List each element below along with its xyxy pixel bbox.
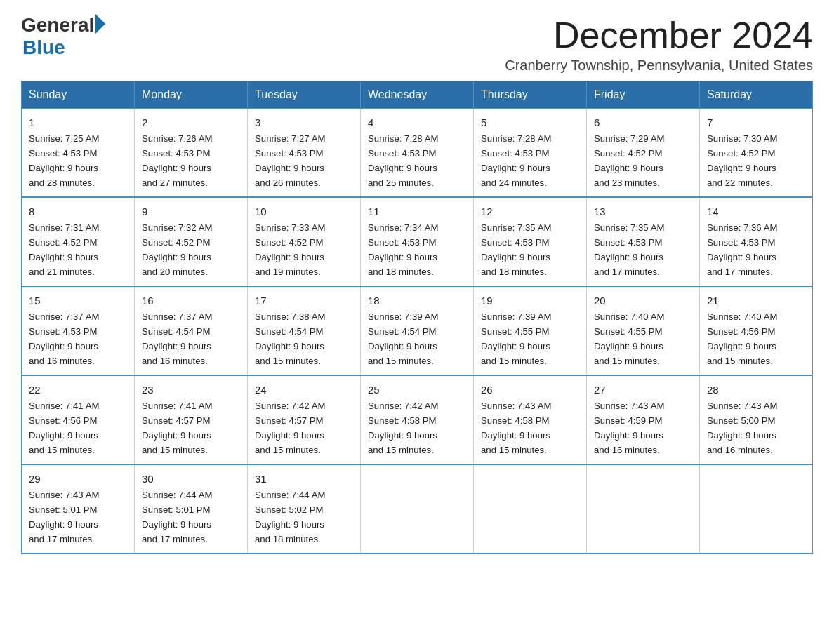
day-number: 24	[255, 382, 353, 398]
day-number: 7	[707, 114, 805, 130]
weekday-header-saturday: Saturday	[700, 81, 813, 109]
day-info: Sunrise: 7:25 AMSunset: 4:53 PMDaylight:…	[29, 133, 99, 188]
day-number: 23	[142, 382, 240, 398]
day-number: 17	[255, 293, 353, 309]
day-number: 26	[481, 382, 579, 398]
day-number: 25	[368, 382, 466, 398]
weekday-header-wednesday: Wednesday	[361, 81, 474, 109]
calendar-cell: 20 Sunrise: 7:40 AMSunset: 4:55 PMDaylig…	[587, 286, 700, 375]
calendar-cell: 25 Sunrise: 7:42 AMSunset: 4:58 PMDaylig…	[361, 375, 474, 464]
day-info: Sunrise: 7:31 AMSunset: 4:52 PMDaylight:…	[29, 222, 99, 277]
page-header: General Blue December 2024 Cranberry Tow…	[21, 14, 813, 74]
day-info: Sunrise: 7:43 AMSunset: 4:59 PMDaylight:…	[594, 401, 664, 455]
day-info: Sunrise: 7:35 AMSunset: 4:53 PMDaylight:…	[594, 222, 664, 277]
day-number: 21	[707, 293, 805, 309]
day-info: Sunrise: 7:28 AMSunset: 4:53 PMDaylight:…	[368, 133, 438, 188]
day-info: Sunrise: 7:38 AMSunset: 4:54 PMDaylight:…	[255, 311, 325, 366]
day-number: 27	[594, 382, 692, 398]
day-number: 30	[142, 471, 240, 487]
day-info: Sunrise: 7:37 AMSunset: 4:54 PMDaylight:…	[142, 311, 212, 366]
weekday-header-monday: Monday	[135, 81, 248, 109]
day-info: Sunrise: 7:44 AMSunset: 5:02 PMDaylight:…	[255, 490, 325, 544]
calendar-cell: 23 Sunrise: 7:41 AMSunset: 4:57 PMDaylig…	[135, 375, 248, 464]
calendar-cell: 12 Sunrise: 7:35 AMSunset: 4:53 PMDaylig…	[474, 197, 587, 286]
logo-blue-text: Blue	[22, 36, 65, 59]
location-title: Cranberry Township, Pennsylvania, United…	[505, 58, 813, 74]
logo-general-text: General	[21, 14, 94, 36]
calendar-cell	[474, 464, 587, 554]
day-info: Sunrise: 7:34 AMSunset: 4:53 PMDaylight:…	[368, 222, 438, 277]
calendar-cell: 26 Sunrise: 7:43 AMSunset: 4:58 PMDaylig…	[474, 375, 587, 464]
weekday-header-thursday: Thursday	[474, 81, 587, 109]
day-info: Sunrise: 7:26 AMSunset: 4:53 PMDaylight:…	[142, 133, 212, 188]
day-number: 10	[255, 203, 353, 220]
weekday-header-row: SundayMondayTuesdayWednesdayThursdayFrid…	[22, 81, 813, 109]
day-number: 16	[142, 293, 240, 309]
day-info: Sunrise: 7:42 AMSunset: 4:57 PMDaylight:…	[255, 401, 325, 455]
calendar-cell: 8 Sunrise: 7:31 AMSunset: 4:52 PMDayligh…	[22, 197, 135, 286]
title-area: December 2024 Cranberry Township, Pennsy…	[505, 14, 813, 74]
day-number: 6	[594, 114, 692, 130]
calendar-week-row-5: 29 Sunrise: 7:43 AMSunset: 5:01 PMDaylig…	[22, 464, 813, 554]
weekday-header-sunday: Sunday	[22, 81, 135, 109]
calendar-cell: 10 Sunrise: 7:33 AMSunset: 4:52 PMDaylig…	[248, 197, 361, 286]
day-info: Sunrise: 7:33 AMSunset: 4:52 PMDaylight:…	[255, 222, 325, 277]
calendar-cell: 15 Sunrise: 7:37 AMSunset: 4:53 PMDaylig…	[22, 286, 135, 375]
day-number: 28	[707, 382, 805, 398]
calendar-cell: 21 Sunrise: 7:40 AMSunset: 4:56 PMDaylig…	[700, 286, 813, 375]
day-info: Sunrise: 7:36 AMSunset: 4:53 PMDaylight:…	[707, 222, 777, 277]
calendar-cell	[700, 464, 813, 554]
day-info: Sunrise: 7:43 AMSunset: 5:00 PMDaylight:…	[707, 401, 777, 455]
weekday-header-friday: Friday	[587, 81, 700, 109]
day-number: 22	[29, 382, 127, 398]
day-info: Sunrise: 7:41 AMSunset: 4:57 PMDaylight:…	[142, 401, 212, 455]
day-info: Sunrise: 7:40 AMSunset: 4:55 PMDaylight:…	[594, 311, 664, 366]
day-number: 14	[707, 203, 805, 220]
day-info: Sunrise: 7:44 AMSunset: 5:01 PMDaylight:…	[142, 490, 212, 544]
logo-arrow-icon	[95, 14, 105, 34]
weekday-header-tuesday: Tuesday	[248, 81, 361, 109]
calendar-cell: 1 Sunrise: 7:25 AMSunset: 4:53 PMDayligh…	[22, 109, 135, 197]
day-number: 20	[594, 293, 692, 309]
calendar-cell: 6 Sunrise: 7:29 AMSunset: 4:52 PMDayligh…	[587, 109, 700, 197]
day-info: Sunrise: 7:43 AMSunset: 5:01 PMDaylight:…	[29, 490, 99, 544]
day-number: 11	[368, 203, 466, 220]
calendar-cell: 4 Sunrise: 7:28 AMSunset: 4:53 PMDayligh…	[361, 109, 474, 197]
calendar-table: SundayMondayTuesdayWednesdayThursdayFrid…	[21, 81, 813, 554]
calendar-cell: 2 Sunrise: 7:26 AMSunset: 4:53 PMDayligh…	[135, 109, 248, 197]
calendar-cell: 14 Sunrise: 7:36 AMSunset: 4:53 PMDaylig…	[700, 197, 813, 286]
calendar-week-row-4: 22 Sunrise: 7:41 AMSunset: 4:56 PMDaylig…	[22, 375, 813, 464]
calendar-cell: 27 Sunrise: 7:43 AMSunset: 4:59 PMDaylig…	[587, 375, 700, 464]
calendar-cell: 29 Sunrise: 7:43 AMSunset: 5:01 PMDaylig…	[22, 464, 135, 554]
day-number: 31	[255, 471, 353, 487]
day-info: Sunrise: 7:29 AMSunset: 4:52 PMDaylight:…	[594, 133, 664, 188]
calendar-cell: 3 Sunrise: 7:27 AMSunset: 4:53 PMDayligh…	[248, 109, 361, 197]
calendar-cell: 13 Sunrise: 7:35 AMSunset: 4:53 PMDaylig…	[587, 197, 700, 286]
calendar-cell: 16 Sunrise: 7:37 AMSunset: 4:54 PMDaylig…	[135, 286, 248, 375]
calendar-cell: 31 Sunrise: 7:44 AMSunset: 5:02 PMDaylig…	[248, 464, 361, 554]
calendar-week-row-3: 15 Sunrise: 7:37 AMSunset: 4:53 PMDaylig…	[22, 286, 813, 375]
calendar-cell: 30 Sunrise: 7:44 AMSunset: 5:01 PMDaylig…	[135, 464, 248, 554]
day-number: 3	[255, 114, 353, 130]
day-number: 29	[29, 471, 127, 487]
day-info: Sunrise: 7:41 AMSunset: 4:56 PMDaylight:…	[29, 401, 99, 455]
calendar-week-row-1: 1 Sunrise: 7:25 AMSunset: 4:53 PMDayligh…	[22, 109, 813, 197]
day-info: Sunrise: 7:39 AMSunset: 4:55 PMDaylight:…	[481, 311, 551, 366]
day-number: 2	[142, 114, 240, 130]
calendar-cell: 9 Sunrise: 7:32 AMSunset: 4:52 PMDayligh…	[135, 197, 248, 286]
calendar-week-row-2: 8 Sunrise: 7:31 AMSunset: 4:52 PMDayligh…	[22, 197, 813, 286]
day-number: 1	[29, 114, 127, 130]
day-info: Sunrise: 7:32 AMSunset: 4:52 PMDaylight:…	[142, 222, 212, 277]
day-number: 15	[29, 293, 127, 309]
calendar-cell	[361, 464, 474, 554]
day-info: Sunrise: 7:35 AMSunset: 4:53 PMDaylight:…	[481, 222, 551, 277]
calendar-cell: 24 Sunrise: 7:42 AMSunset: 4:57 PMDaylig…	[248, 375, 361, 464]
day-number: 13	[594, 203, 692, 220]
day-info: Sunrise: 7:37 AMSunset: 4:53 PMDaylight:…	[29, 311, 99, 366]
day-number: 8	[29, 203, 127, 220]
month-title: December 2024	[505, 14, 813, 56]
calendar-cell: 22 Sunrise: 7:41 AMSunset: 4:56 PMDaylig…	[22, 375, 135, 464]
day-info: Sunrise: 7:27 AMSunset: 4:53 PMDaylight:…	[255, 133, 325, 188]
day-number: 4	[368, 114, 466, 130]
day-info: Sunrise: 7:40 AMSunset: 4:56 PMDaylight:…	[707, 311, 777, 366]
